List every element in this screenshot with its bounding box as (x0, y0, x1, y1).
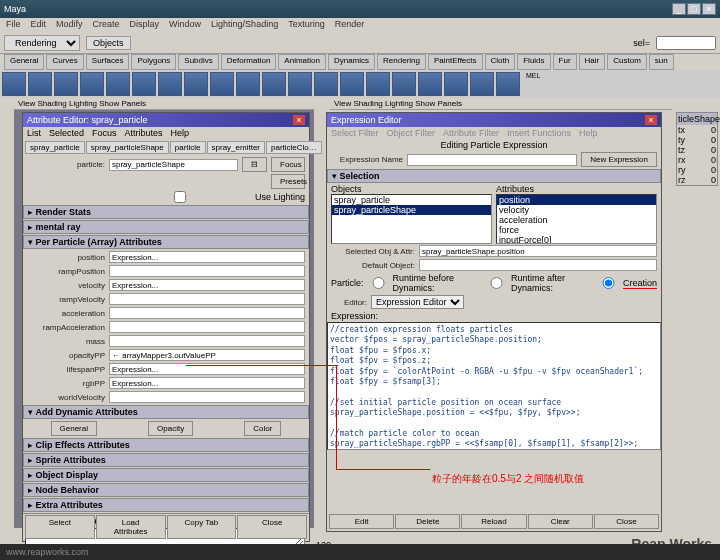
menu-create[interactable]: Create (93, 19, 120, 31)
menu-edit[interactable]: Edit (31, 19, 47, 31)
section-obj-display[interactable]: Object Display (23, 468, 309, 482)
load-attrs-button[interactable]: Load Attributes (96, 515, 166, 539)
shelf-icon[interactable] (54, 72, 78, 96)
sel-input[interactable] (656, 36, 716, 50)
section-node-behavior[interactable]: Node Behavior (23, 483, 309, 497)
shelf-icon[interactable] (184, 72, 208, 96)
mass-field[interactable] (109, 335, 305, 347)
menu-render[interactable]: Render (335, 19, 365, 31)
ramp-velocity-field[interactable] (109, 293, 305, 305)
shelf-icon[interactable] (132, 72, 156, 96)
menu-help[interactable]: Help (171, 128, 190, 138)
focus-button[interactable]: Focus (271, 157, 305, 172)
section-extra[interactable]: Extra Attributes (23, 498, 309, 512)
shelf-icon[interactable] (496, 72, 520, 96)
section-selection[interactable]: Selection (327, 169, 661, 183)
close-button[interactable]: × (702, 3, 716, 15)
shelf-tab[interactable]: PaintEffects (428, 54, 483, 70)
shelf-tab[interactable]: Animation (278, 54, 326, 70)
menu-selected[interactable]: Selected (49, 128, 84, 138)
add-opacity-button[interactable]: Opacity (148, 421, 193, 436)
shelf-icon[interactable] (236, 72, 260, 96)
shelf-icon[interactable] (158, 72, 182, 96)
menu-insert-fn[interactable]: Insert Functions (507, 128, 571, 138)
runtime-before-radio[interactable] (372, 277, 385, 289)
shelf-tab[interactable]: sun (649, 54, 674, 70)
shelf-icon[interactable] (392, 72, 416, 96)
particle-name-field[interactable] (109, 159, 238, 171)
shelf-icon[interactable] (262, 72, 286, 96)
section-render-stats[interactable]: Render Stats (23, 205, 309, 219)
minimize-button[interactable]: _ (672, 3, 686, 15)
opacity-field[interactable] (109, 349, 305, 361)
ramp-position-field[interactable] (109, 265, 305, 277)
chan-attr[interactable]: tx (678, 125, 711, 135)
view-menu[interactable]: View Shading Lighting Show Panels (330, 98, 672, 110)
shelf-icon[interactable] (2, 72, 26, 96)
attrs-list[interactable]: position velocity acceleration force inp… (496, 194, 657, 244)
delete-button[interactable]: Delete (395, 514, 460, 529)
runtime-after-radio[interactable] (490, 277, 503, 289)
section-add-dynamic[interactable]: Add Dynamic Attributes (23, 405, 309, 419)
reload-button[interactable]: Reload (461, 514, 526, 529)
menu-object-filter[interactable]: Object Filter (387, 128, 436, 138)
shelf-icon[interactable] (340, 72, 364, 96)
shelf-tab[interactable]: Dynamics (328, 54, 375, 70)
list-item[interactable]: inputForce[0] (497, 235, 656, 244)
menu-lighting[interactable]: Lighting/Shading (211, 19, 278, 31)
position-field[interactable] (109, 251, 305, 263)
add-general-button[interactable]: General (51, 421, 97, 436)
shelf-icon[interactable] (418, 72, 442, 96)
acceleration-field[interactable] (109, 307, 305, 319)
section-per-particle[interactable]: Per Particle (Array) Attributes (23, 235, 309, 249)
maximize-button[interactable]: □ (687, 3, 701, 15)
menu-file[interactable]: File (6, 19, 21, 31)
list-item[interactable]: force (497, 225, 656, 235)
editor-select[interactable]: Expression Editor (371, 295, 464, 309)
shelf-tab[interactable]: Fluids (517, 54, 550, 70)
make-unique-button[interactable]: ⊟ (242, 157, 267, 172)
tab-emitter[interactable]: spray_emitter (207, 141, 265, 154)
select-button[interactable]: Select (25, 515, 95, 539)
objects-button[interactable]: Objects (86, 36, 131, 50)
shelf-icon[interactable] (28, 72, 52, 96)
section-sprite[interactable]: Sprite Attributes (23, 453, 309, 467)
copy-tab-button[interactable]: Copy Tab (167, 515, 237, 539)
shelf-icon[interactable] (470, 72, 494, 96)
tab-particle[interactable]: particle (170, 141, 206, 154)
expression-textarea[interactable]: //creation expression floats particles v… (327, 322, 661, 450)
sel-obj-attr-field[interactable] (419, 245, 657, 257)
expr-editor-title[interactable]: Expression Editor × (327, 113, 661, 127)
menu-texturing[interactable]: Texturing (288, 19, 325, 31)
add-color-button[interactable]: Color (244, 421, 281, 436)
list-item[interactable]: spray_particle (332, 195, 491, 205)
list-item[interactable]: acceleration (497, 215, 656, 225)
shelf-tab[interactable]: Custom (607, 54, 647, 70)
section-clip[interactable]: Clip Effects Attributes (23, 438, 309, 452)
shelf-tab[interactable]: General (4, 54, 44, 70)
attr-editor-title[interactable]: Attribute Editor: spray_particle × (23, 113, 309, 127)
shelf-tab[interactable]: Subdivs (178, 54, 218, 70)
shelf-icon[interactable] (444, 72, 468, 96)
rgb-field[interactable] (109, 377, 305, 389)
tab-cloud[interactable]: particleClo… (266, 141, 322, 154)
expr-name-field[interactable] (407, 154, 577, 166)
section-mental-ray[interactable]: mental ray (23, 220, 309, 234)
shelf-icon[interactable] (366, 72, 390, 96)
tab-spray-particle[interactable]: spray_particle (25, 141, 85, 154)
velocity-field[interactable] (109, 279, 305, 291)
menu-modify[interactable]: Modify (56, 19, 83, 31)
shelf-tab[interactable]: Fur (553, 54, 577, 70)
mel-icon[interactable]: MEL (526, 72, 540, 96)
shelf-tab[interactable]: Curves (46, 54, 83, 70)
shelf-icon[interactable] (288, 72, 312, 96)
new-expr-button[interactable]: New Expression (581, 152, 657, 167)
shelf-tab[interactable]: Hair (579, 54, 606, 70)
close-button[interactable]: Close (237, 515, 307, 539)
world-vel-field[interactable] (109, 391, 305, 403)
menu-attr-filter[interactable]: Attribute Filter (443, 128, 499, 138)
close-button[interactable]: Close (594, 514, 659, 529)
tab-spray-shape[interactable]: spray_particleShape (86, 141, 169, 154)
list-item[interactable]: position (497, 195, 656, 205)
menu-select-filter[interactable]: Select Filter (331, 128, 379, 138)
